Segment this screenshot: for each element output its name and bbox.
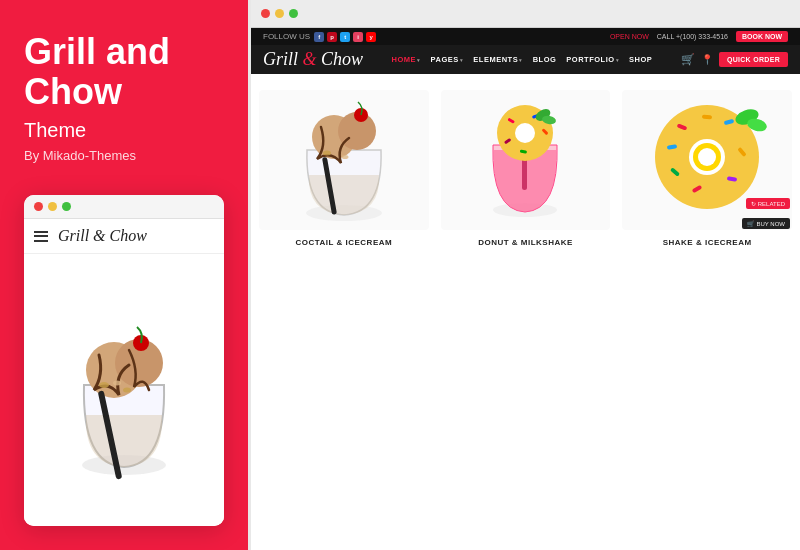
open-now-label: OPEN NOW [610, 33, 649, 40]
right-panel: FOLLOW US f p t i y OPEN NOW CALL +(100)… [248, 0, 800, 550]
twitter-icon[interactable]: t [340, 32, 350, 42]
nav-pages[interactable]: PAGES▾ [431, 55, 464, 64]
mini-hamburger-icon[interactable] [34, 231, 48, 242]
milkshake-product-svg [460, 95, 590, 225]
product-card-3: SHAKE & ICECREAM ↻RELATED 🛒BUY NOW [622, 90, 792, 247]
product-image-2 [441, 90, 611, 230]
nav-links: HOME▾ PAGES▾ ELEMENTS▾ BLOG PORTFOLIO▾ S… [392, 55, 653, 64]
product-card-1: COCTAIL & ICECREAM [259, 90, 429, 247]
youtube-icon[interactable]: y [366, 32, 376, 42]
mini-dot-green [62, 202, 71, 211]
site-logo: Grill & Chow [263, 49, 363, 70]
mini-food-image [24, 254, 224, 525]
site-topbar: FOLLOW US f p t i y OPEN NOW CALL +(100)… [251, 28, 800, 45]
mini-logo: Grill & Chow [58, 227, 147, 245]
cart-icon[interactable]: 🛒 [681, 53, 695, 66]
location-icon[interactable]: 📍 [701, 54, 713, 65]
product-title-3: SHAKE & ICECREAM [663, 238, 752, 247]
mini-browser-content: Grill & Chow [24, 219, 224, 526]
mini-browser-bar [24, 195, 224, 219]
theme-title: Grill and Chow [24, 32, 224, 111]
chrome-dot-green [289, 9, 298, 18]
svg-point-6 [123, 387, 131, 392]
products-grid: COCTAIL & ICECREAM [259, 90, 792, 247]
cocktail-illustration [49, 295, 199, 485]
mini-dot-yellow [48, 202, 57, 211]
chrome-dot-yellow [275, 9, 284, 18]
left-panel: Grill and Chow Theme By Mikado-Themes Gr… [0, 0, 248, 550]
svg-point-18 [515, 123, 535, 143]
mini-nav: Grill & Chow [24, 219, 224, 254]
phone-label: CALL +(100) 333-4516 [657, 33, 728, 40]
nav-elements[interactable]: ELEMENTS▾ [473, 55, 522, 64]
follow-us-label: FOLLOW US [263, 32, 310, 41]
product-card-2: DONUT & MILKSHAKE [441, 90, 611, 247]
svg-point-7 [113, 380, 121, 385]
product-image-3 [622, 90, 792, 230]
svg-point-5 [99, 382, 109, 388]
buy-now-badge[interactable]: 🛒BUY NOW [742, 218, 790, 229]
nav-shop[interactable]: SHOP [629, 55, 652, 64]
svg-point-13 [323, 151, 331, 156]
svg-point-14 [341, 155, 348, 159]
site-navbar: Grill & Chow HOME▾ PAGES▾ ELEMENTS▾ BLOG… [251, 45, 800, 74]
nav-portfolio[interactable]: PORTFOLIO▾ [566, 55, 619, 64]
book-now-button[interactable]: BOOK NOW [736, 31, 788, 42]
product-image-1 [259, 90, 429, 230]
social-icons: f p t i y [314, 32, 376, 42]
pinterest-icon[interactable]: p [327, 32, 337, 42]
svg-point-37 [698, 148, 716, 166]
facebook-icon[interactable]: f [314, 32, 324, 42]
related-badge[interactable]: ↻RELATED [746, 198, 790, 209]
cocktail-product-svg [279, 95, 409, 225]
mini-browser-mockup: Grill & Chow [24, 195, 224, 526]
mini-dot-red [34, 202, 43, 211]
product-title-1: COCTAIL & ICECREAM [295, 238, 392, 247]
instagram-icon[interactable]: i [353, 32, 363, 42]
theme-subtitle: Theme [24, 119, 224, 142]
products-area: COCTAIL & ICECREAM [251, 74, 800, 550]
chrome-dot-red [261, 9, 270, 18]
quick-order-button[interactable]: QUICK ORDER [719, 52, 788, 67]
nav-actions: 🛒 📍 QUICK ORDER [681, 52, 788, 67]
topbar-right: OPEN NOW CALL +(100) 333-4516 BOOK NOW [610, 31, 788, 42]
browser-chrome [251, 0, 800, 28]
topbar-left: FOLLOW US f p t i y [263, 32, 376, 42]
nav-home[interactable]: HOME▾ [392, 55, 421, 64]
theme-author: By Mikado-Themes [24, 148, 224, 163]
product-title-2: DONUT & MILKSHAKE [478, 238, 573, 247]
nav-blog[interactable]: BLOG [533, 55, 557, 64]
